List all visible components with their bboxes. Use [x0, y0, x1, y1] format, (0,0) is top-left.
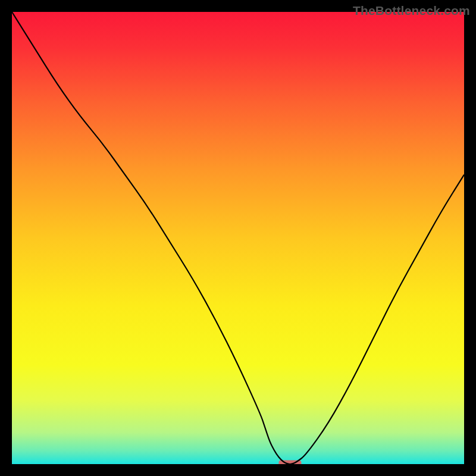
gradient-background	[12, 12, 464, 464]
plot-svg	[12, 12, 464, 464]
chart-frame: TheBottleneck.com	[0, 0, 476, 476]
plot-area	[12, 12, 464, 464]
watermark-text: TheBottleneck.com	[353, 4, 470, 18]
